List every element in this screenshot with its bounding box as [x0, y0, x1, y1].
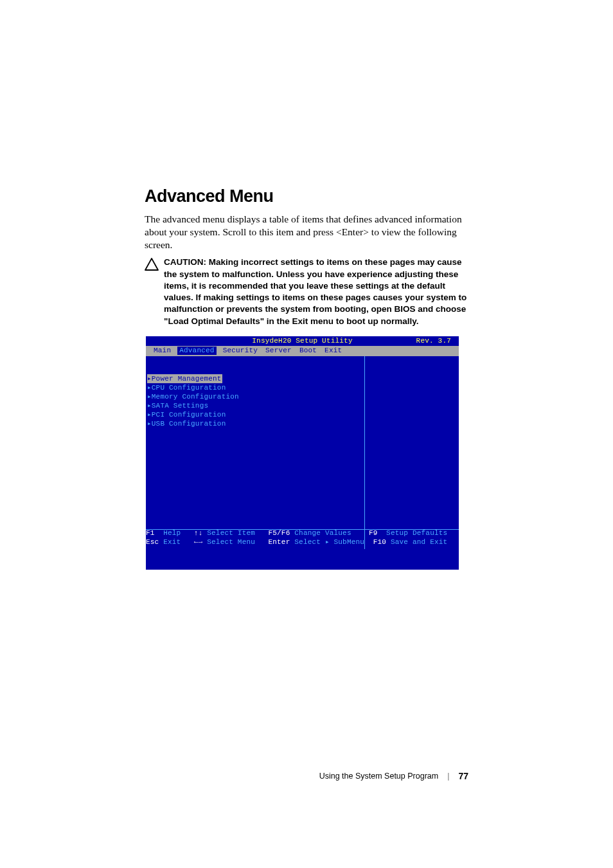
hb-key-updown: ↑↓: [194, 529, 203, 538]
bios-screenshot: InsydeH20 Setup Utility Rev. 3.7 Main Ad…: [146, 336, 459, 570]
hb-lbl-select-menu: Select Menu: [202, 538, 268, 547]
hb-lbl-setup-defaults: Setup Defaults: [378, 529, 448, 538]
hb-lbl-save-exit: Save and Exit: [386, 538, 447, 547]
bios-menu-power-management[interactable]: ▸Power Management: [147, 374, 222, 383]
hb-key-f1: F1: [146, 529, 155, 538]
caution-body: Making incorrect settings to items on th…: [164, 257, 466, 325]
bios-menu-pci-configuration[interactable]: ▸PCI Configuration: [147, 411, 226, 419]
bios-tab-advanced[interactable]: Advanced: [177, 347, 216, 355]
footer-separator: |: [447, 772, 449, 781]
page-footer: Using the System Setup Program | 77: [319, 771, 468, 781]
bios-title: InsydeH20 Setup Utility: [146, 338, 459, 345]
bios-menu-usb-configuration[interactable]: ▸USB Configuration: [147, 420, 226, 428]
hb-key-f10: F10: [373, 538, 386, 547]
bios-revision: Rev. 3.7: [416, 338, 451, 345]
hb-key-enter: Enter: [268, 538, 290, 547]
bios-menu-cpu-configuration[interactable]: ▸CPU Configuration: [147, 384, 226, 392]
bios-help-bar: F1 Help ↑↓ Select Item F5/F6 Change Valu…: [146, 528, 459, 549]
hb-key-f5f6: F5/F6: [268, 529, 290, 538]
hb-key-esc: Esc: [146, 538, 159, 547]
bios-menu-list: ▸Power Management ▸CPU Configuration ▸Me…: [147, 374, 239, 428]
hb-lbl-select-submenu: Select ▸ SubMenu: [290, 538, 373, 547]
hb-lbl-exit: Exit: [159, 538, 193, 547]
caution-triangle-icon: [145, 258, 159, 273]
bios-tab-server[interactable]: Server: [264, 347, 293, 354]
hb-lbl-select-item: Select Item: [202, 529, 268, 538]
bios-tab-main[interactable]: Main: [152, 347, 172, 354]
bios-menu-sata-settings[interactable]: ▸SATA Settings: [147, 402, 208, 410]
hb-key-leftright: ←→: [194, 538, 203, 547]
bios-tab-exit[interactable]: Exit: [323, 347, 343, 354]
hb-lbl-help: Help: [155, 529, 194, 538]
page-heading: Advanced Menu: [145, 186, 469, 206]
intro-paragraph: The advanced menu displays a table of it…: [145, 213, 469, 251]
hb-lbl-change-values: Change Values: [290, 529, 368, 538]
hb-key-f9: F9: [369, 529, 378, 538]
bios-vertical-divider: [364, 356, 365, 549]
bios-tab-bar: Main Advanced Security Server Boot Exit: [146, 346, 459, 356]
caution-block: CAUTION: Making incorrect settings to it…: [145, 257, 469, 327]
footer-section: Using the System Setup Program: [319, 772, 439, 781]
caution-label: CAUTION:: [164, 257, 209, 267]
bios-menu-memory-configuration[interactable]: ▸Memory Configuration: [147, 393, 239, 401]
bios-tab-boot[interactable]: Boot: [298, 347, 318, 354]
footer-page-number: 77: [458, 771, 468, 781]
svg-marker-0: [145, 258, 158, 270]
bios-tab-security[interactable]: Security: [222, 347, 259, 354]
caution-text: CAUTION: Making incorrect settings to it…: [164, 257, 469, 327]
